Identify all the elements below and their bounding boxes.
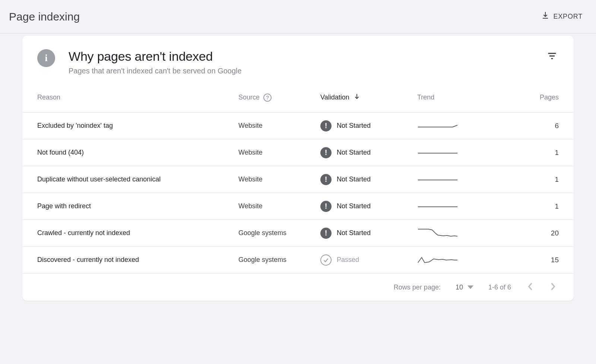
cell-trend (417, 253, 492, 267)
filter-button[interactable] (547, 51, 557, 63)
table-row[interactable]: Duplicate without user-selected canonica… (22, 166, 574, 193)
cell-source: Website (238, 202, 320, 210)
index-reasons-card: i Why pages aren't indexed Pages that ar… (22, 36, 574, 301)
help-icon[interactable]: ? (263, 94, 272, 102)
cell-pages: 1 (492, 202, 559, 211)
page-title: Page indexing (9, 10, 80, 23)
cell-pages: 15 (492, 256, 559, 264)
cell-validation: ! Not Started (320, 147, 417, 158)
chevron-down-icon (467, 284, 473, 291)
validation-label: Not Started (337, 229, 371, 237)
cell-validation: ! Not Started (320, 228, 417, 239)
page-nav (526, 281, 557, 294)
cell-validation: ! Not Started (320, 201, 417, 212)
next-page-button[interactable] (549, 281, 557, 294)
col-validation[interactable]: Validation (320, 93, 417, 102)
cell-validation: ! Not Started (320, 174, 417, 185)
cell-pages: 6 (492, 122, 559, 130)
table-row[interactable]: Crawled - currently not indexed Google s… (22, 220, 574, 247)
export-button[interactable]: EXPORT (536, 8, 587, 25)
alert-icon: ! (320, 174, 332, 185)
check-icon (320, 254, 332, 266)
export-label: EXPORT (554, 13, 583, 20)
cell-source: Website (238, 149, 320, 156)
validation-label: Not Started (337, 149, 371, 156)
cell-trend (417, 119, 492, 133)
cell-source: Google systems (238, 256, 320, 264)
cell-source: Website (238, 122, 320, 130)
info-icon: i (37, 49, 55, 67)
validation-label: Not Started (337, 175, 371, 183)
table-row[interactable]: Discovered - currently not indexed Googl… (22, 247, 574, 273)
pagination: Rows per page: 10 1-6 of 6 (22, 273, 574, 297)
col-trend: Trend (417, 94, 492, 101)
cell-reason: Crawled - currently not indexed (37, 229, 238, 237)
col-pages[interactable]: Pages (492, 94, 559, 101)
alert-icon: ! (320, 228, 332, 239)
pagination-range: 1-6 of 6 (488, 284, 511, 291)
table-row[interactable]: Page with redirect Website ! Not Started… (22, 193, 574, 220)
cell-reason: Not found (404) (37, 149, 238, 156)
card-title: Why pages aren't indexed (69, 49, 242, 64)
validation-label: Passed (337, 256, 359, 264)
reasons-table: Reason Source ? Validation Trend Pages E… (22, 83, 574, 273)
validation-label: Not Started (337, 202, 371, 210)
cell-source: Website (238, 175, 320, 183)
card-subtitle: Pages that aren't indexed can't be serve… (69, 67, 242, 75)
cell-source: Google systems (238, 229, 320, 237)
rows-per-page-label: Rows per page: (394, 284, 441, 291)
download-icon (541, 11, 550, 22)
rows-per-page-select[interactable]: 10 (456, 284, 473, 291)
alert-icon: ! (320, 147, 332, 158)
table-row[interactable]: Excluded by 'noindex' tag Website ! Not … (22, 113, 574, 139)
table-header: Reason Source ? Validation Trend Pages (22, 83, 574, 113)
cell-trend (417, 199, 492, 213)
col-source[interactable]: Source ? (238, 94, 320, 102)
cell-trend (417, 226, 492, 240)
alert-icon: ! (320, 201, 332, 212)
cell-pages: 1 (492, 149, 559, 157)
cell-validation: ! Not Started (320, 120, 417, 132)
cell-trend (417, 172, 492, 186)
cell-validation: Passed (320, 254, 417, 266)
cell-reason: Duplicate without user-selected canonica… (37, 175, 238, 183)
validation-label: Not Started (337, 122, 371, 130)
arrow-down-icon (353, 93, 361, 102)
cell-reason: Discovered - currently not indexed (37, 256, 238, 264)
card-header: i Why pages aren't indexed Pages that ar… (22, 36, 574, 83)
cell-reason: Excluded by 'noindex' tag (37, 122, 238, 130)
alert-icon: ! (320, 120, 332, 132)
cell-reason: Page with redirect (37, 202, 238, 210)
cell-pages: 20 (492, 229, 559, 237)
table-row[interactable]: Not found (404) Website ! Not Started 1 (22, 139, 574, 166)
cell-trend (417, 146, 492, 159)
prev-page-button[interactable] (526, 281, 534, 294)
cell-pages: 1 (492, 175, 559, 184)
page-header: Page indexing EXPORT (0, 0, 596, 34)
col-reason[interactable]: Reason (37, 94, 238, 101)
